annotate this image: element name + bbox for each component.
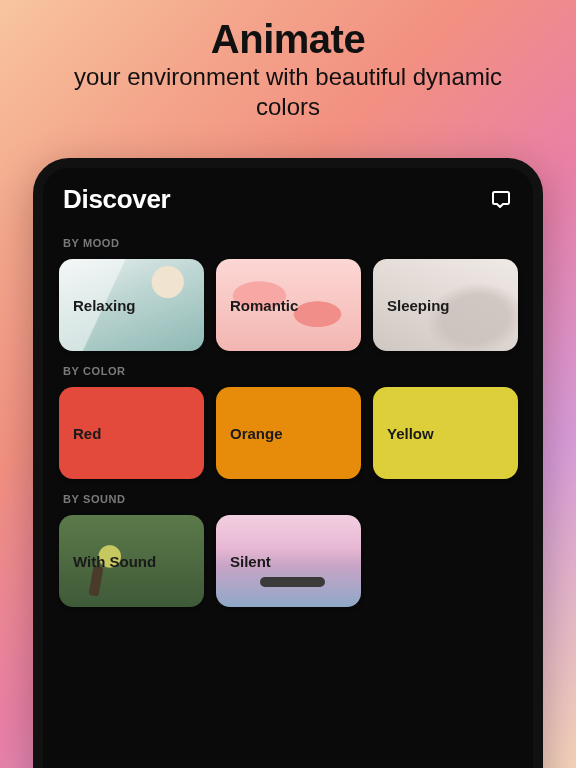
hero-subtitle: your environment with beautiful dynamic … [40,62,536,122]
row-mood: Relaxing Romantic Sleeping [59,259,517,351]
card-label: Romantic [216,297,298,314]
card-red[interactable]: Red [59,387,204,479]
chat-icon[interactable] [489,188,513,212]
card-sleeping[interactable]: Sleeping [373,259,518,351]
card-label: Orange [216,425,283,442]
card-yellow[interactable]: Yellow [373,387,518,479]
card-relaxing[interactable]: Relaxing [59,259,204,351]
card-silent[interactable]: Silent [216,515,361,607]
card-label: Red [59,425,101,442]
card-orange[interactable]: Orange [216,387,361,479]
card-romantic[interactable]: Romantic [216,259,361,351]
row-sound: With Sound Silent [59,515,517,607]
hero-title: Animate [40,18,536,60]
hero: Animate your environment with beautiful … [0,0,576,130]
row-color: Red Orange Yellow [59,387,517,479]
app-screen: Discover BY MOOD Relaxing Romantic [43,168,533,768]
section-label-sound: BY SOUND [63,493,513,505]
section-label-mood: BY MOOD [63,237,513,249]
section-mood: BY MOOD Relaxing Romantic Sleeping [59,237,517,351]
header: Discover [43,168,533,223]
card-with-sound[interactable]: With Sound [59,515,204,607]
card-label: Yellow [373,425,434,442]
card-label: With Sound [59,553,156,570]
card-label: Silent [216,553,271,570]
content: BY MOOD Relaxing Romantic Sleeping BY CO… [43,223,533,768]
page-title: Discover [63,184,170,215]
section-label-color: BY COLOR [63,365,513,377]
card-label: Sleeping [373,297,450,314]
section-sound: BY SOUND With Sound Silent [59,493,517,607]
section-color: BY COLOR Red Orange Yellow [59,365,517,479]
device-frame: Discover BY MOOD Relaxing Romantic [33,158,543,768]
card-label: Relaxing [59,297,136,314]
